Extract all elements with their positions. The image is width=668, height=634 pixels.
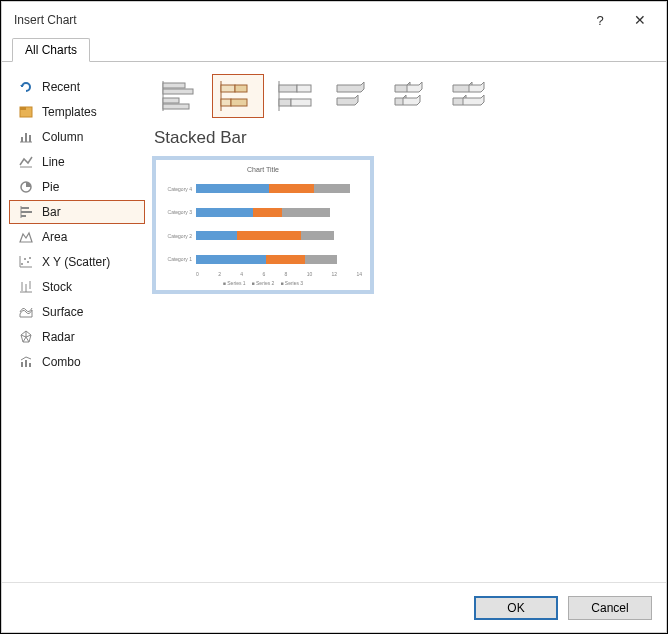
sidebar-item-scatter[interactable]: X Y (Scatter) [10, 250, 144, 274]
svg-rect-40 [221, 99, 231, 106]
svg-line-26 [26, 337, 29, 342]
subtype-stacked-bar[interactable] [212, 74, 264, 118]
svg-point-14 [24, 258, 26, 260]
svg-rect-45 [279, 99, 291, 106]
stock-icon [18, 279, 34, 295]
preview-row: Category 4 [164, 182, 358, 196]
subtype-row [152, 70, 658, 128]
sidebar-item-line[interactable]: Line [10, 150, 144, 174]
svg-rect-3 [25, 133, 27, 142]
sidebar-item-label: Surface [42, 305, 83, 319]
subtype-clustered-bar-3d[interactable] [328, 74, 380, 118]
sidebar-item-label: Pie [42, 180, 59, 194]
svg-rect-8 [21, 207, 29, 209]
surface-icon [18, 304, 34, 320]
preview-title: Chart Title [164, 166, 362, 173]
close-icon: ✕ [634, 12, 646, 28]
pie-icon [18, 179, 34, 195]
svg-rect-39 [235, 85, 247, 92]
subtype-percent-stacked-bar[interactable] [270, 74, 322, 118]
main-panel: Stacked Bar Chart Title Category 4 Categ… [152, 70, 658, 574]
chart-preview[interactable]: Chart Title Category 4 Category 3 Catego… [152, 156, 374, 294]
insert-chart-dialog: Insert Chart ? ✕ All Charts Recent Templ… [1, 1, 667, 633]
svg-rect-9 [21, 211, 32, 213]
svg-rect-4 [29, 135, 31, 142]
column-icon [18, 129, 34, 145]
subtype-stacked-bar-3d[interactable] [386, 74, 438, 118]
sidebar-item-surface[interactable]: Surface [10, 300, 144, 324]
sidebar-item-label: Stock [42, 280, 72, 294]
subtype-heading: Stacked Bar [152, 128, 658, 156]
svg-rect-31 [29, 363, 31, 367]
sidebar-item-stock[interactable]: Stock [10, 275, 144, 299]
svg-marker-12 [20, 233, 32, 242]
sidebar-item-label: Templates [42, 105, 97, 119]
combo-icon [18, 354, 34, 370]
sidebar-item-templates[interactable]: Templates [10, 100, 144, 124]
sidebar-item-bar[interactable]: Bar [9, 200, 145, 224]
svg-point-15 [27, 261, 29, 263]
svg-marker-48 [337, 95, 358, 105]
line-icon [18, 154, 34, 170]
sidebar-item-label: Area [42, 230, 67, 244]
svg-rect-34 [163, 89, 193, 94]
help-icon: ? [596, 13, 603, 28]
sidebar-item-label: Combo [42, 355, 81, 369]
sidebar-item-label: Column [42, 130, 83, 144]
svg-rect-10 [21, 215, 26, 217]
svg-rect-36 [163, 104, 189, 109]
svg-line-27 [23, 337, 26, 342]
subtype-clustered-bar[interactable] [154, 74, 206, 118]
dialog-title: Insert Chart [14, 13, 580, 27]
sidebar-item-radar[interactable]: Radar [10, 325, 144, 349]
sidebar-item-combo[interactable]: Combo [10, 350, 144, 374]
svg-rect-2 [21, 137, 23, 142]
bar-icon [18, 204, 34, 220]
svg-rect-41 [231, 99, 247, 106]
svg-rect-33 [163, 83, 185, 88]
cancel-button[interactable]: Cancel [568, 596, 652, 620]
sidebar-item-recent[interactable]: Recent [10, 75, 144, 99]
svg-rect-43 [279, 85, 297, 92]
dialog-body: Recent Templates Column Line Pie Bar [2, 62, 666, 582]
preview-row: Category 3 [164, 205, 358, 219]
sidebar-item-label: Radar [42, 330, 75, 344]
preview-axis: 02468101214 [164, 271, 362, 277]
svg-rect-29 [21, 362, 23, 367]
svg-marker-47 [337, 82, 364, 92]
svg-rect-30 [25, 360, 27, 367]
svg-rect-35 [163, 98, 179, 103]
svg-rect-44 [297, 85, 311, 92]
titlebar: Insert Chart ? ✕ [2, 2, 666, 38]
svg-rect-46 [291, 99, 311, 106]
recent-icon [18, 79, 34, 95]
templates-icon [18, 104, 34, 120]
preview-legend: Series 1Series 2Series 3 [164, 280, 362, 286]
svg-rect-1 [20, 107, 26, 110]
dialog-footer: OK Cancel [2, 582, 666, 632]
help-button[interactable]: ? [580, 5, 620, 35]
preview-row: Category 2 [164, 229, 358, 243]
subtype-percent-stacked-bar-3d[interactable] [444, 74, 496, 118]
sidebar-item-label: Recent [42, 80, 80, 94]
scatter-icon [18, 254, 34, 270]
radar-icon [18, 329, 34, 345]
sidebar-item-label: Bar [42, 205, 61, 219]
svg-point-16 [29, 257, 31, 259]
close-button[interactable]: ✕ [620, 5, 660, 35]
sidebar-item-area[interactable]: Area [10, 225, 144, 249]
preview-rows: Category 4 Category 3 Category 2 Categor… [164, 177, 362, 271]
chart-category-sidebar: Recent Templates Column Line Pie Bar [2, 70, 152, 574]
preview-row: Category 1 [164, 252, 358, 266]
tab-all-charts[interactable]: All Charts [12, 38, 90, 62]
tab-row: All Charts [2, 38, 666, 62]
sidebar-item-label: Line [42, 155, 65, 169]
svg-point-13 [21, 263, 23, 265]
sidebar-item-column[interactable]: Column [10, 125, 144, 149]
svg-rect-38 [221, 85, 235, 92]
sidebar-item-pie[interactable]: Pie [10, 175, 144, 199]
area-icon [18, 229, 34, 245]
sidebar-item-label: X Y (Scatter) [42, 255, 110, 269]
ok-button[interactable]: OK [474, 596, 558, 620]
